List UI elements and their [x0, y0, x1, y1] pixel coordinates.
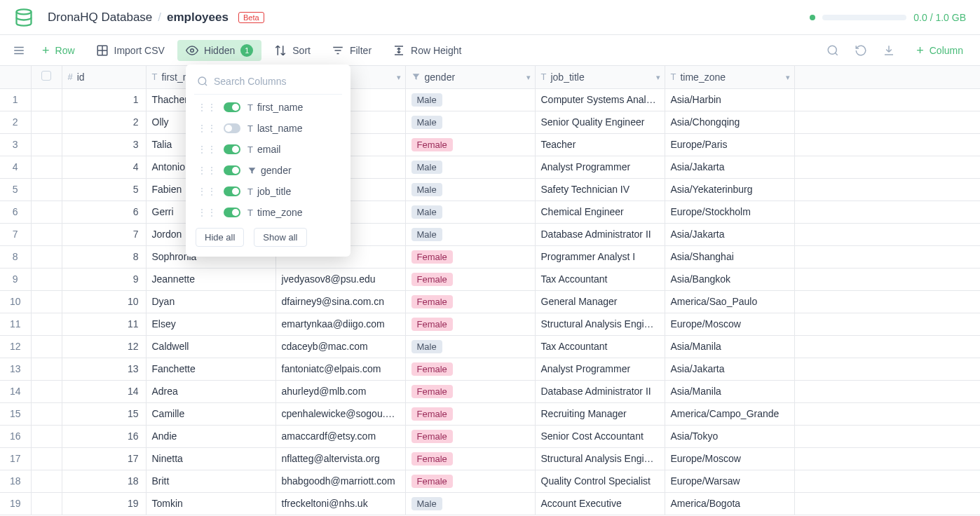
- cell-time-zone[interactable]: Asia/Jakarta: [665, 358, 794, 380]
- table-row[interactable]: 1616Andieamaccardf@etsy.comFemaleSenior …: [0, 425, 980, 447]
- import-csv-button[interactable]: Import CSV: [88, 40, 173, 61]
- row-checkbox-cell[interactable]: [31, 358, 62, 380]
- download-button[interactable]: [880, 41, 898, 60]
- cell-time-zone[interactable]: Asia/Shanghai: [665, 245, 794, 268]
- table-row[interactable]: 1818Brittbhabgoodh@marriott.comFemaleQua…: [0, 470, 980, 492]
- cell-time-zone[interactable]: Europe/Paris: [665, 133, 794, 156]
- row-checkbox-cell[interactable]: [31, 447, 62, 470]
- cell-job-title[interactable]: Tax Accountant: [535, 268, 665, 290]
- breadcrumb-app[interactable]: DronaHQ Database: [48, 11, 152, 25]
- table-row[interactable]: 11ThacherMaleComputer Systems Analyst II…: [0, 88, 980, 111]
- table-row[interactable]: 88SophroniaFemaleProgrammer Analyst IAsi…: [0, 245, 980, 268]
- cell-job-title[interactable]: Database Administrator II: [535, 380, 665, 402]
- table-row[interactable]: 99Jeannettejvedyasov8@psu.eduFemaleTax A…: [0, 268, 980, 290]
- cell-first-name[interactable]: Ninetta: [146, 447, 275, 470]
- row-height-button[interactable]: Row Height: [384, 40, 470, 61]
- column-header-time-zone[interactable]: Ttime_zone ▾: [665, 66, 794, 88]
- cell-job-title[interactable]: Senior Cost Accountant: [535, 425, 665, 447]
- drag-handle-icon[interactable]: ⋮⋮: [197, 123, 217, 134]
- row-checkbox-cell[interactable]: [31, 380, 62, 402]
- cell-id[interactable]: 15: [62, 402, 146, 425]
- cell-job-title[interactable]: Tax Accountant: [535, 335, 665, 358]
- cell-gender[interactable]: Female: [405, 133, 535, 156]
- cell-gender[interactable]: Female: [405, 313, 535, 335]
- cell-first-name[interactable]: Britt: [146, 470, 275, 492]
- cell-job-title[interactable]: Analyst Programmer: [535, 156, 665, 178]
- cell-gender[interactable]: Female: [405, 447, 535, 470]
- cell-time-zone[interactable]: Europe/Stockholm: [665, 201, 794, 223]
- cell-job-title[interactable]: Computer Systems Analyst II: [535, 88, 665, 111]
- cell-time-zone[interactable]: Asia/Chongqing: [665, 111, 794, 133]
- cell-time-zone[interactable]: Europe/Moscow: [665, 447, 794, 470]
- table-row[interactable]: 1414Adreaahurleyd@mlb.comFemaleDatabase …: [0, 380, 980, 402]
- cell-first-name[interactable]: Tomkin: [146, 492, 275, 515]
- column-header-job-title[interactable]: Tjob_title ▾: [535, 66, 665, 88]
- visibility-toggle[interactable]: [224, 208, 240, 217]
- cell-job-title[interactable]: Analyst Programmer: [535, 358, 665, 380]
- cell-first-name[interactable]: Camille: [146, 402, 275, 425]
- cell-first-name[interactable]: Elsey: [146, 313, 275, 335]
- cell-job-title[interactable]: Structural Analysis Engineer: [535, 447, 665, 470]
- drag-handle-icon[interactable]: ⋮⋮: [197, 207, 217, 218]
- refresh-button[interactable]: [852, 41, 870, 60]
- cell-time-zone[interactable]: Asia/Manila: [665, 380, 794, 402]
- cell-first-name[interactable]: Adrea: [146, 380, 275, 402]
- column-header-id[interactable]: #id: [62, 66, 146, 88]
- cell-id[interactable]: 13: [62, 358, 146, 380]
- table-row[interactable]: 1111Elseyemartynkaa@diigo.comFemaleStruc…: [0, 313, 980, 335]
- visibility-toggle[interactable]: [224, 102, 240, 112]
- cell-gender[interactable]: Male: [405, 492, 535, 515]
- cell-first-name[interactable]: Caldwell: [146, 335, 275, 358]
- row-checkbox-cell[interactable]: [31, 156, 62, 178]
- cell-job-title[interactable]: Structural Analysis Engineer: [535, 313, 665, 335]
- row-checkbox-cell[interactable]: [31, 492, 62, 515]
- table-row[interactable]: 77JordonorgMaleDatabase Administrator II…: [0, 223, 980, 245]
- row-checkbox-cell[interactable]: [31, 133, 62, 156]
- select-all-header[interactable]: [31, 66, 62, 88]
- cell-time-zone[interactable]: Asia/Bangkok: [665, 268, 794, 290]
- cell-gender[interactable]: Male: [405, 178, 535, 201]
- cell-job-title[interactable]: Programmer Analyst I: [535, 245, 665, 268]
- table-row[interactable]: 1919Tomkintfreckeltoni@nhs.ukMaleAccount…: [0, 492, 980, 515]
- cell-gender[interactable]: Female: [405, 470, 535, 492]
- row-checkbox-cell[interactable]: [31, 425, 62, 447]
- cell-time-zone[interactable]: Asia/Yekaterinburg: [665, 178, 794, 201]
- cell-id[interactable]: 10: [62, 290, 146, 313]
- cell-time-zone[interactable]: America/Bogota: [665, 492, 794, 515]
- row-checkbox-cell[interactable]: [31, 111, 62, 133]
- cell-job-title[interactable]: Recruiting Manager: [535, 402, 665, 425]
- cell-id[interactable]: 2: [62, 111, 146, 133]
- menu-icon[interactable]: [8, 40, 29, 61]
- cell-id[interactable]: 3: [62, 133, 146, 156]
- add-column-button[interactable]: + Column: [908, 40, 972, 61]
- cell-gender[interactable]: Female: [405, 268, 535, 290]
- chevron-down-icon[interactable]: ▾: [397, 72, 401, 81]
- cell-id[interactable]: 9: [62, 268, 146, 290]
- cell-id[interactable]: 11: [62, 313, 146, 335]
- cell-job-title[interactable]: Senior Quality Engineer: [535, 111, 665, 133]
- cell-time-zone[interactable]: Asia/Jakarta: [665, 156, 794, 178]
- cell-job-title[interactable]: Database Administrator II: [535, 223, 665, 245]
- row-checkbox-cell[interactable]: [31, 335, 62, 358]
- row-checkbox-cell[interactable]: [31, 268, 62, 290]
- cell-gender[interactable]: Male: [405, 156, 535, 178]
- cell-email[interactable]: tfreckeltoni@nhs.uk: [275, 492, 405, 515]
- cell-first-name[interactable]: Dyan: [146, 290, 275, 313]
- row-checkbox-cell[interactable]: [31, 470, 62, 492]
- cell-gender[interactable]: Female: [405, 380, 535, 402]
- cell-gender[interactable]: Male: [405, 88, 535, 111]
- cell-gender[interactable]: Female: [405, 425, 535, 447]
- cell-time-zone[interactable]: America/Sao_Paulo: [665, 290, 794, 313]
- chevron-down-icon[interactable]: ▾: [656, 72, 660, 81]
- cell-gender[interactable]: Male: [405, 223, 535, 245]
- drag-handle-icon[interactable]: ⋮⋮: [197, 186, 217, 197]
- cell-id[interactable]: 8: [62, 245, 146, 268]
- table-row[interactable]: 22Ollyorks.coMaleSenior Quality Engineer…: [0, 111, 980, 133]
- column-header-gender[interactable]: gender ▾: [405, 66, 535, 88]
- row-checkbox-cell[interactable]: [31, 402, 62, 425]
- cell-gender[interactable]: Female: [405, 402, 535, 425]
- cell-email[interactable]: fantoniatc@elpais.com: [275, 358, 405, 380]
- cell-email[interactable]: dfairney9@sina.com.cn: [275, 290, 405, 313]
- cell-gender[interactable]: Male: [405, 335, 535, 358]
- table-row[interactable]: 1010Dyandfairney9@sina.com.cnFemaleGener…: [0, 290, 980, 313]
